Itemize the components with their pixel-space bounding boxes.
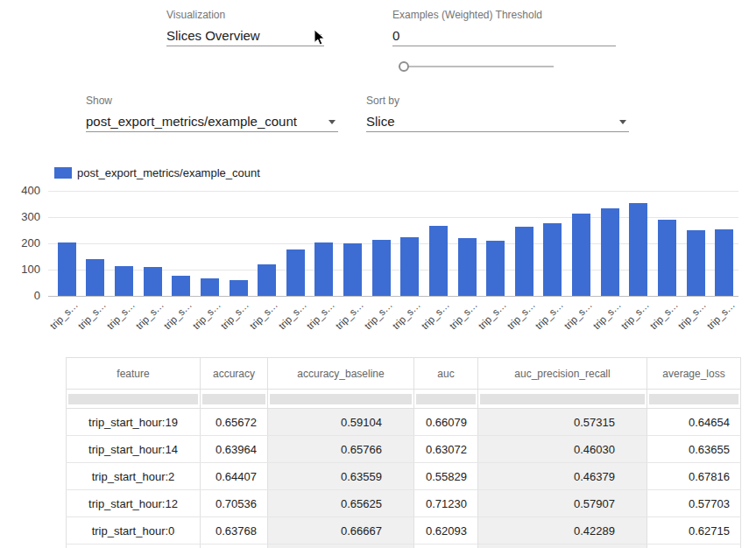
threshold-slider-thumb[interactable] — [399, 61, 409, 72]
metrics-table-container: featureaccuracyaccuracy_baselineaucauc_p… — [66, 357, 740, 548]
column-filter-auc_precision_recall[interactable] — [480, 394, 645, 404]
x-axis-tick-label: trip_s… — [76, 299, 109, 332]
bar[interactable] — [515, 227, 533, 296]
threshold-input[interactable]: 0 — [392, 26, 616, 46]
metric-cell: 0.64654 — [647, 409, 741, 436]
column-header-accuracy[interactable]: accuracy — [201, 358, 268, 390]
metric-cell: 0.42289 — [478, 517, 647, 544]
table-row[interactable]: trip_start_hour:230.660160.648440.583370… — [67, 544, 741, 548]
metric-cell: 0.66016 — [201, 544, 268, 548]
bar[interactable] — [486, 241, 505, 296]
bar[interactable] — [201, 278, 219, 296]
metric-cell: 0.66667 — [268, 517, 414, 544]
gridline — [48, 296, 738, 297]
column-header-auc_precision_recall[interactable]: auc_precision_recall — [478, 358, 647, 390]
feature-cell: trip_start_hour:12 — [67, 490, 201, 517]
slicing-metrics-browser: Visualization Slices Overview Examples (… — [0, 0, 756, 548]
bar[interactable] — [258, 264, 276, 296]
metric-cell: 0.65625 — [268, 490, 414, 517]
x-axis-tick-label: trip_s… — [133, 299, 166, 332]
y-axis-tick-label: 0 — [0, 289, 40, 302]
bar[interactable] — [314, 242, 333, 297]
metric-cell: 0.63768 — [201, 517, 268, 544]
feature-cell: trip_start_hour:2 — [67, 463, 201, 490]
x-axis-tick-label: trip_s… — [219, 299, 251, 332]
filter-cell — [67, 390, 201, 409]
bar[interactable] — [286, 249, 305, 296]
bar[interactable] — [230, 280, 248, 296]
column-filter-average_loss[interactable] — [649, 394, 738, 404]
x-axis-tick-label: trip_s… — [590, 299, 623, 332]
bar[interactable] — [115, 266, 133, 296]
table-row[interactable]: trip_start_hour:140.639640.657660.630720… — [67, 436, 741, 463]
column-header-accuracy_baseline[interactable]: accuracy_baseline — [268, 358, 414, 390]
bar[interactable] — [144, 267, 162, 296]
x-axis-tick-label: trip_s… — [619, 299, 652, 332]
x-axis-tick-label: trip_s… — [505, 299, 537, 332]
table-row[interactable]: trip_start_hour:120.705360.656250.712300… — [67, 490, 741, 517]
bar[interactable] — [687, 230, 705, 296]
x-axis-tick-label: trip_s… — [190, 299, 223, 332]
x-axis-tick-label: trip_s… — [533, 299, 566, 332]
feature-cell: trip_start_hour:23 — [67, 544, 201, 548]
feature-cell: trip_start_hour:19 — [67, 409, 201, 436]
column-header-auc[interactable]: auc — [414, 358, 478, 390]
bar[interactable] — [429, 226, 448, 296]
x-axis-tick-label: trip_s… — [391, 299, 423, 332]
x-axis-tick-label: trip_s… — [334, 299, 366, 332]
column-filter-accuracy_baseline[interactable] — [270, 394, 412, 404]
metric-cell: 0.62715 — [647, 517, 741, 544]
bar[interactable] — [172, 276, 190, 296]
bar[interactable] — [629, 203, 647, 296]
sort-by-label: Sort by — [366, 95, 399, 107]
metrics-table: featureaccuracyaccuracy_baselineaucauc_p… — [66, 357, 741, 548]
table-row[interactable]: trip_start_hour:20.644070.635590.558290.… — [67, 463, 741, 490]
table-row[interactable]: trip_start_hour:00.637680.666670.620930.… — [67, 517, 741, 544]
y-axis-tick-label: 200 — [0, 236, 40, 249]
bar[interactable] — [658, 220, 676, 296]
y-axis-tick-label: 400 — [0, 184, 40, 197]
metric-cell: 0.66079 — [414, 409, 478, 436]
metric-cell: 0.46379 — [478, 463, 647, 490]
x-axis-tick-label: trip_s… — [276, 299, 308, 332]
x-axis-tick-label: trip_s… — [105, 299, 138, 332]
table-row[interactable]: trip_start_hour:190.656720.591040.660790… — [67, 409, 741, 436]
bar[interactable] — [86, 259, 104, 296]
bar[interactable] — [715, 229, 733, 296]
metric-cell: 0.46030 — [478, 436, 647, 463]
x-axis-tick-label: trip_s… — [477, 299, 509, 332]
column-filter-auc[interactable] — [416, 394, 476, 404]
sort-by-dropdown[interactable]: Slice — [366, 112, 629, 132]
show-dropdown[interactable]: post_export_metrics/example_count — [86, 112, 338, 132]
column-header-feature[interactable]: feature — [67, 358, 201, 390]
threshold-slider-track[interactable] — [399, 66, 554, 67]
visualization-dropdown[interactable]: Slices Overview — [166, 26, 324, 46]
metric-cell: 0.55829 — [414, 463, 478, 490]
column-filter-feature[interactable] — [68, 394, 198, 404]
bar[interactable] — [601, 208, 619, 296]
bar[interactable] — [343, 243, 362, 296]
y-axis-tick-label: 100 — [0, 263, 40, 276]
bar[interactable] — [543, 223, 562, 296]
bar[interactable] — [400, 237, 419, 296]
threshold-label: Examples (Weighted) Threshold — [392, 9, 542, 21]
feature-cell: trip_start_hour:14 — [67, 436, 201, 463]
show-label: Show — [86, 95, 112, 107]
bar[interactable] — [372, 240, 391, 296]
metric-cell: 0.63559 — [268, 463, 414, 490]
x-axis-tick-label: trip_s… — [47, 299, 80, 332]
metric-cell: 0.63655 — [647, 436, 741, 463]
bar[interactable] — [572, 214, 590, 296]
column-filter-accuracy[interactable] — [202, 394, 265, 404]
metric-cell: 0.59104 — [268, 409, 414, 436]
metric-cell: 0.44173 — [478, 544, 647, 548]
filter-cell — [201, 390, 268, 409]
bar[interactable] — [458, 238, 477, 296]
metric-cell: 0.71230 — [414, 490, 478, 517]
bar[interactable] — [58, 242, 76, 297]
filter-cell — [647, 390, 741, 409]
column-header-average_loss[interactable]: average_loss — [647, 358, 741, 390]
metric-cell: 0.57315 — [478, 409, 647, 436]
x-axis-tick-label: trip_s… — [248, 299, 280, 332]
metric-cell: 0.63072 — [414, 436, 478, 463]
